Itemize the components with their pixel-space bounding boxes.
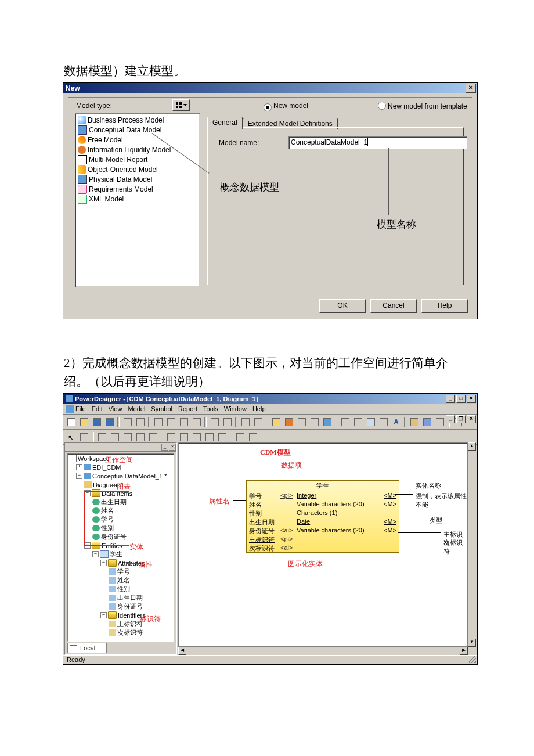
tool-text[interactable]: A — [390, 416, 402, 428]
ok-button[interactable]: OK — [319, 299, 366, 313]
folder-icon — [108, 559, 117, 567]
tool-preview[interactable] — [134, 416, 146, 428]
tool-save[interactable] — [91, 416, 103, 428]
pane-min-icon[interactable]: _ — [161, 444, 168, 451]
palette-6[interactable] — [165, 431, 177, 443]
palette-2[interactable] — [109, 431, 121, 443]
ann-entity-name: 实体名称 — [416, 481, 441, 490]
tool-x1[interactable] — [408, 416, 420, 428]
list-item[interactable]: Free Model — [77, 135, 199, 145]
tool-link[interactable] — [365, 416, 377, 428]
cdm-icon — [78, 125, 87, 135]
tool-open[interactable] — [78, 416, 90, 428]
mdi-buttons: _ ❐ ✕ — [446, 415, 476, 423]
menu-file[interactable]: File — [75, 405, 86, 412]
titlebar: New ✕ — [63, 83, 477, 93]
palette-1[interactable] — [96, 431, 108, 443]
list-item[interactable]: Physical Data Model — [77, 174, 199, 184]
key-icon — [109, 629, 116, 636]
menu-view[interactable]: View — [109, 405, 122, 412]
palette-7[interactable] — [178, 431, 190, 443]
palette-5[interactable] — [147, 431, 159, 443]
tab-general[interactable]: General — [207, 117, 243, 129]
minimize-icon[interactable]: _ — [446, 395, 455, 403]
palette-10[interactable] — [216, 431, 228, 443]
palette-pointer[interactable]: ↖ — [65, 431, 77, 443]
tool-new[interactable] — [65, 416, 77, 428]
tool-props[interactable] — [252, 416, 264, 428]
resize-grip-icon[interactable] — [469, 656, 476, 663]
tool-cut[interactable] — [152, 416, 164, 428]
menu-model[interactable]: Model — [128, 405, 145, 412]
ann-attr: 属性 — [139, 560, 153, 570]
tool-x2[interactable] — [421, 416, 433, 428]
tool-e[interactable] — [321, 416, 333, 428]
pane-close-icon[interactable]: × — [169, 444, 176, 451]
list-item[interactable]: Business Process Model — [77, 115, 199, 125]
model-type-list[interactable]: Business Process Model Conceptual Data M… — [75, 113, 200, 287]
attr-icon — [109, 603, 116, 610]
menu-tools[interactable]: Tools — [203, 405, 218, 412]
tool-inh[interactable] — [377, 416, 389, 428]
entity-symbol[interactable]: 学生 学号<pi>Integer<M> 姓名Variable character… — [246, 480, 399, 553]
close-icon[interactable]: ✕ — [467, 395, 476, 403]
help-button[interactable]: Help — [421, 299, 468, 313]
tool-b[interactable] — [283, 416, 295, 428]
tool-print[interactable] — [121, 416, 134, 428]
horizontal-scrollbar[interactable]: ◀ ▶ — [178, 646, 468, 655]
tool-saveall[interactable] — [103, 416, 116, 428]
close-icon[interactable]: ✕ — [466, 84, 476, 93]
maximize-icon[interactable]: □ — [456, 395, 466, 403]
palette-12[interactable] — [247, 431, 259, 443]
workspace-icon — [68, 455, 77, 462]
tool-d[interactable] — [308, 416, 320, 428]
tool-x3[interactable] — [434, 416, 446, 428]
list-item[interactable]: Information Liquidity Model — [77, 145, 199, 154]
tool-c[interactable] — [295, 416, 308, 428]
app-icon — [66, 395, 73, 402]
tool-a[interactable] — [270, 416, 282, 428]
palette-lasso[interactable] — [78, 431, 90, 443]
tool-undo[interactable] — [208, 416, 221, 428]
list-item[interactable]: Object-Oriented Model — [77, 164, 199, 174]
palette-11[interactable] — [234, 431, 246, 443]
diagram-canvas[interactable]: 学生 学号<pi>Integer<M> 姓名Variable character… — [178, 442, 468, 647]
model-icon — [84, 473, 91, 479]
tool-rect2[interactable] — [352, 416, 364, 428]
radio-new-from-template[interactable]: New model from template — [378, 102, 467, 111]
radio-new-model[interactable]: New model — [264, 102, 308, 111]
tool-find[interactable] — [239, 416, 251, 428]
tool-paste[interactable] — [178, 416, 190, 428]
scroll-right-icon[interactable]: ▶ — [460, 647, 468, 655]
list-item[interactable]: Multi-Model Report — [77, 154, 199, 164]
menu-report[interactable]: Report — [178, 405, 197, 412]
list-item[interactable]: Conceptual Data Model — [77, 125, 199, 135]
mdi-close-icon[interactable]: ✕ — [467, 415, 476, 423]
model-type-label: MModel type:odel type: — [76, 102, 112, 110]
palette-8[interactable] — [190, 431, 203, 443]
tool-rect[interactable] — [339, 416, 351, 428]
list-item[interactable]: XML Model — [77, 194, 199, 204]
menu-edit[interactable]: Edit — [92, 405, 103, 412]
palette-9[interactable] — [203, 431, 215, 443]
list-item[interactable]: Requirements Model — [77, 184, 199, 194]
tool-copy[interactable] — [165, 416, 177, 428]
model-icon — [84, 464, 91, 470]
scroll-up-icon[interactable]: ▲ — [468, 442, 476, 451]
view-mode-button[interactable] — [172, 99, 190, 111]
tool-delete[interactable] — [190, 416, 203, 428]
tool-redo[interactable] — [221, 416, 233, 428]
menu-help[interactable]: Help — [252, 405, 266, 412]
cancel-button[interactable]: Cancel — [370, 299, 417, 313]
mdi-minimize-icon[interactable]: _ — [446, 415, 455, 423]
vertical-scrollbar[interactable]: ▲ ▼ — [467, 442, 476, 647]
scroll-left-icon[interactable]: ◀ — [178, 647, 186, 655]
palette-3[interactable] — [121, 431, 134, 443]
menu-symbol[interactable]: Symbol — [151, 405, 172, 412]
menu-window[interactable]: Window — [224, 405, 247, 412]
scroll-down-icon[interactable]: ▼ — [468, 639, 476, 647]
mdi-restore-icon[interactable]: ❐ — [456, 415, 466, 423]
browser-tab-local[interactable]: Local — [67, 643, 107, 653]
model-name-input[interactable]: ConceptualDataModel_1 — [288, 136, 467, 149]
palette-4[interactable] — [134, 431, 146, 443]
